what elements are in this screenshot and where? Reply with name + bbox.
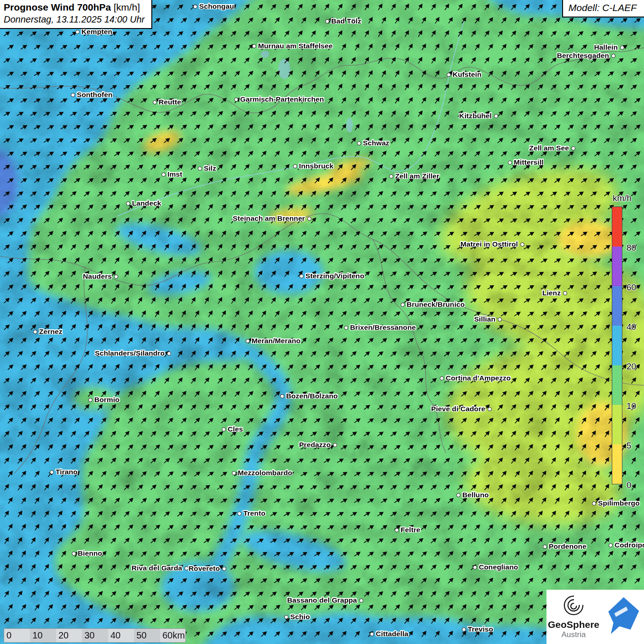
city-dot xyxy=(592,501,596,506)
city-label: Lienz xyxy=(542,289,561,297)
legend-segment xyxy=(612,207,622,247)
scalebar-label: 10 xyxy=(30,630,57,641)
city-label: Pieve di Cadore xyxy=(431,405,485,413)
city-label: Cittadella xyxy=(376,630,408,638)
legend-tick-label: 0 xyxy=(627,480,632,490)
city-label: Matrei in Osttirol xyxy=(460,240,518,248)
title-unit: [km/h] xyxy=(111,2,140,12)
city-label: Mezzolombardo xyxy=(238,469,292,477)
city-label: Tirano xyxy=(56,468,78,476)
city-label: Nauders xyxy=(83,272,112,281)
city-dot xyxy=(440,376,444,380)
city-dot xyxy=(167,351,171,356)
city-dot xyxy=(325,19,329,23)
city-dot xyxy=(222,567,226,571)
city-label: Bienno xyxy=(78,549,102,558)
city-dot xyxy=(222,427,226,431)
city-label: Codroipo xyxy=(615,541,644,549)
city-label: Schio xyxy=(290,613,310,621)
city-dot xyxy=(193,5,197,9)
city-label: Zell am See xyxy=(529,144,569,152)
city-dot xyxy=(344,326,348,330)
header-box: Prognose Wind 700hPa [km/h] Donnerstag, … xyxy=(0,0,152,29)
city-label: Bassano del Grappa xyxy=(287,596,357,604)
logo-mark-block xyxy=(601,590,644,644)
city-dot xyxy=(234,98,238,102)
city-dot xyxy=(114,275,118,279)
scalebar-label: 50 xyxy=(134,630,161,641)
city-label: Bad Tölz xyxy=(331,17,361,25)
city-dot xyxy=(456,493,460,497)
city-dot xyxy=(88,398,92,402)
city-dot xyxy=(508,161,512,165)
city-dot xyxy=(543,545,547,549)
city-dot xyxy=(395,528,399,532)
city-label: Landeck xyxy=(132,199,161,207)
legend-segment xyxy=(612,286,622,326)
city-dot xyxy=(370,632,374,636)
city-label: Sterzing/Vipiteno xyxy=(305,272,364,280)
city-label: Meran/Merano xyxy=(252,337,300,345)
city-dot xyxy=(71,93,75,97)
title-parameter: Prognose Wind 700hPa xyxy=(4,2,111,12)
city-label: Feltre xyxy=(401,526,420,534)
city-label: Cortina d'Ampezzo xyxy=(446,374,511,382)
legend-segment xyxy=(612,444,622,484)
city-dot xyxy=(307,217,311,221)
city-dot xyxy=(75,30,80,34)
city-label: Schongau xyxy=(199,2,234,11)
city-label: Berchtesgaden xyxy=(557,52,609,60)
valid-time-label: Donnerstag, 13.11.2025 14:00 Uhr xyxy=(4,14,145,25)
legend-segment xyxy=(612,405,622,444)
legend-tick-label: 80 xyxy=(627,243,636,253)
city-label: Murnau am Staffelsee xyxy=(258,42,333,50)
city-label: Schwaz xyxy=(363,139,389,147)
city-label: Steinach am Brenner xyxy=(233,214,305,223)
city-label: Bormio xyxy=(94,396,120,404)
city-label: Kufstein xyxy=(453,70,482,79)
legend-tick-label: 20 xyxy=(627,362,636,372)
city-dot xyxy=(488,407,492,411)
city-dot xyxy=(620,46,624,50)
city-label: Cles xyxy=(228,425,243,433)
city-dot xyxy=(447,73,451,77)
wind-forecast-map-app: SchongauBad TölzKemptenMurnau am Staffel… xyxy=(0,0,644,644)
model-label: Modell: C-LAEF xyxy=(562,0,644,17)
scalebar-label: 30 xyxy=(82,630,109,641)
city-label: Sonthofen xyxy=(77,91,113,99)
color-legend: km/h 806040201050 xyxy=(612,193,644,484)
city-dot xyxy=(126,201,130,206)
city-label: Spilimbergo xyxy=(598,499,640,507)
city-dot xyxy=(72,552,76,556)
city-dot xyxy=(252,44,256,48)
city-label: Riva del Garda xyxy=(132,564,182,572)
city-dot xyxy=(293,164,297,168)
city-dot xyxy=(237,512,242,516)
logo-country-text: Austria xyxy=(562,630,586,639)
city-dot xyxy=(498,317,502,322)
city-label: Treviso xyxy=(468,625,493,633)
city-dot xyxy=(609,543,613,547)
spiral-wind-icon xyxy=(560,592,587,618)
city-label: Schlanders/Silandro xyxy=(95,349,165,357)
city-label: Hallein xyxy=(594,43,618,52)
legend-tick-label: 40 xyxy=(627,322,636,332)
scalebar-label: 0 xyxy=(4,630,30,641)
city-label: Conegliano xyxy=(479,563,518,571)
city-dot xyxy=(161,172,166,177)
scalebar-label: 60km xyxy=(160,630,185,641)
city-dot xyxy=(184,566,189,570)
scalebar-label: 20 xyxy=(56,630,82,641)
city-dot xyxy=(389,174,393,178)
city-dot xyxy=(462,627,466,632)
city-label: Mittersill xyxy=(514,158,544,167)
city-label: Garmisch-Partenkirchen xyxy=(240,95,324,104)
geosphere-blue-mark-icon xyxy=(602,593,643,641)
city-dot xyxy=(284,615,288,619)
city-dot xyxy=(494,114,498,118)
city-label: Pordenone xyxy=(549,542,586,551)
logo-text-block: GeoSphere Austria xyxy=(546,590,601,644)
legend-tick-label: 60 xyxy=(627,282,636,293)
city-dot xyxy=(571,146,575,150)
legend-segment xyxy=(612,365,622,405)
